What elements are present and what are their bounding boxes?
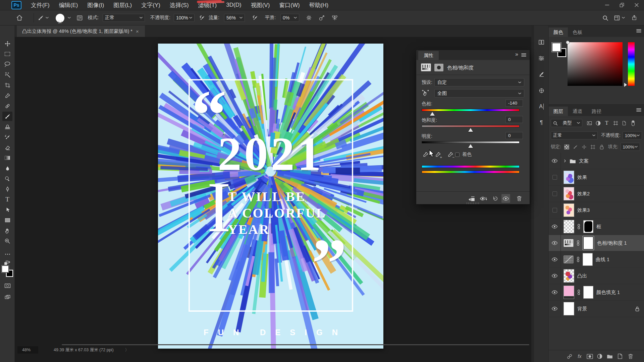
clone-source-panel-icon[interactable] <box>537 86 546 95</box>
symmetry-butterfly-icon[interactable] <box>331 10 338 25</box>
mask-link-icon[interactable] <box>577 290 580 295</box>
panel-menu-icon[interactable] <box>636 29 641 33</box>
status-chevron-icon[interactable]: 〉 <box>125 347 129 353</box>
brush-tool[interactable] <box>2 112 12 121</box>
layer-mask-icon[interactable] <box>434 64 443 71</box>
zoom-tool[interactable] <box>2 236 12 246</box>
menu-edit[interactable]: 编辑(E) <box>54 0 83 10</box>
properties-panel-icon[interactable] <box>537 54 546 63</box>
hue-saturation-layer-icon[interactable] <box>564 239 574 247</box>
layer-thumbnail[interactable] <box>564 302 574 315</box>
tab-color[interactable]: 颜色 <box>549 27 568 37</box>
hue-slider[interactable] <box>422 109 520 111</box>
panel-resize-grip[interactable] <box>467 202 480 204</box>
mask-link-icon[interactable] <box>577 257 580 262</box>
menu-image[interactable]: 图像(I) <box>83 0 109 10</box>
color-fill-layer-thumbnail[interactable] <box>564 286 574 299</box>
lightness-slider-thumb[interactable] <box>468 144 473 148</box>
menu-select[interactable]: 选择(S) <box>165 0 194 10</box>
targeted-adjustment-icon[interactable] <box>422 89 429 98</box>
new-group-icon[interactable] <box>606 352 614 360</box>
photoshop-logo[interactable]: Ps <box>11 1 21 9</box>
visibility-eye-icon[interactable] <box>549 235 561 251</box>
hue-value-field[interactable]: -140 <box>505 100 523 107</box>
layer-fill-select[interactable]: 100% <box>621 143 640 151</box>
smoothing-options-gear-icon[interactable] <box>306 10 312 25</box>
opacity-pressure-icon[interactable] <box>199 10 206 25</box>
layer-row[interactable]: 效果2 <box>549 186 644 202</box>
layer-row-selected[interactable]: 色相/饱和度 1 <box>549 235 644 251</box>
filter-toggle-switch[interactable] <box>629 120 637 126</box>
layer-thumbnail[interactable] <box>564 171 574 184</box>
hand-tool[interactable] <box>2 226 12 235</box>
layer-thumbnail[interactable] <box>564 203 574 217</box>
visibility-eye-icon[interactable] <box>549 251 561 267</box>
layer-name[interactable]: 曲线 1 <box>596 256 609 263</box>
lock-pixels-icon[interactable] <box>571 144 580 149</box>
layer-mask-thumbnail[interactable] <box>584 237 593 249</box>
foreground-background-swatches[interactable] <box>2 265 13 277</box>
hue-strip[interactable] <box>628 42 635 86</box>
group-expand-chevron-icon[interactable] <box>564 160 566 163</box>
menu-layer[interactable]: 图层(L) <box>109 0 137 10</box>
layer-name[interactable]: 效果2 <box>577 191 590 197</box>
toggle-brush-settings-icon[interactable] <box>76 10 83 25</box>
visibility-eye-icon[interactable] <box>549 284 561 300</box>
layer-name[interactable]: 框 <box>596 224 601 230</box>
paragraph-panel-icon[interactable]: ¶ <box>537 118 546 127</box>
layer-row-background[interactable]: 背景 <box>549 301 644 317</box>
menu-file[interactable]: 文件(F) <box>26 0 54 10</box>
add-layer-mask-icon[interactable] <box>586 352 594 360</box>
lock-artboard-icon[interactable] <box>589 144 597 149</box>
eyedropper-tool[interactable] <box>2 91 12 100</box>
share-icon[interactable] <box>631 10 637 25</box>
menu-type[interactable]: 文字(Y) <box>137 0 165 10</box>
pen-tool[interactable] <box>2 184 12 194</box>
menu-window[interactable]: 窗口(W) <box>274 0 304 10</box>
preset-select[interactable]: 自定 <box>434 78 524 86</box>
workspace-switcher[interactable] <box>614 10 625 25</box>
foreground-color-swatch[interactable] <box>2 265 9 273</box>
document-tab[interactable]: 凸出立体海报 @ 48% (色相/饱和度 1, 图层蒙版/8) * × <box>17 25 145 37</box>
lightness-value-field[interactable]: 0 <box>505 132 523 139</box>
collapse-panel-icon[interactable]: » <box>515 51 518 57</box>
visibility-toggle-empty[interactable] <box>549 169 561 185</box>
blend-mode-select[interactable]: 正常 <box>103 14 145 22</box>
layer-name[interactable]: 凸出 <box>577 273 587 279</box>
layer-mask-thumbnail[interactable] <box>583 253 593 266</box>
dodge-tool[interactable] <box>2 174 12 183</box>
minimize-button[interactable] <box>600 0 614 10</box>
screen-mode-button[interactable] <box>2 292 12 302</box>
filter-adjustment-layers-icon[interactable] <box>594 121 602 126</box>
layer-style-fx-icon[interactable]: fx <box>576 352 584 360</box>
visibility-eye-icon[interactable] <box>549 153 561 169</box>
rectangle-tool[interactable] <box>2 216 12 225</box>
visibility-toggle-empty[interactable] <box>549 202 561 218</box>
path-selection-tool[interactable] <box>2 205 12 215</box>
layer-name[interactable]: 效果 <box>577 174 587 181</box>
filter-shape-layers-icon[interactable] <box>611 121 620 126</box>
layer-mask-thumbnail[interactable] <box>583 220 593 233</box>
tab-close-icon[interactable]: × <box>136 28 139 34</box>
reset-adjustment-icon[interactable] <box>491 194 499 203</box>
delete-layer-icon[interactable] <box>627 352 635 360</box>
link-layers-icon[interactable] <box>566 352 574 360</box>
smoothing-select[interactable]: 0% <box>280 14 299 22</box>
new-adjustment-layer-icon[interactable] <box>596 352 604 360</box>
clip-to-layer-icon[interactable] <box>467 194 476 203</box>
properties-tab[interactable]: 属性 <box>418 51 439 60</box>
flow-select[interactable]: 56% <box>224 14 245 22</box>
lasso-tool[interactable] <box>2 60 12 69</box>
toggle-visibility-eye-icon[interactable] <box>501 194 510 203</box>
layer-thumbnail[interactable] <box>564 187 574 200</box>
layer-thumbnail[interactable] <box>564 220 574 233</box>
filter-pixel-layers-icon[interactable] <box>585 121 594 126</box>
visibility-eye-icon[interactable] <box>549 268 561 284</box>
tab-channels[interactable]: 通道 <box>568 107 587 116</box>
history-brush-tool[interactable] <box>2 132 12 142</box>
airbrush-icon[interactable] <box>252 10 259 25</box>
edit-toolbar-ellipsis-icon[interactable] <box>2 249 12 259</box>
brush-picker-chevron-icon[interactable] <box>68 10 71 25</box>
character-panel-icon[interactable]: A <box>537 102 546 111</box>
horizontal-scrollbar[interactable] <box>62 344 529 345</box>
